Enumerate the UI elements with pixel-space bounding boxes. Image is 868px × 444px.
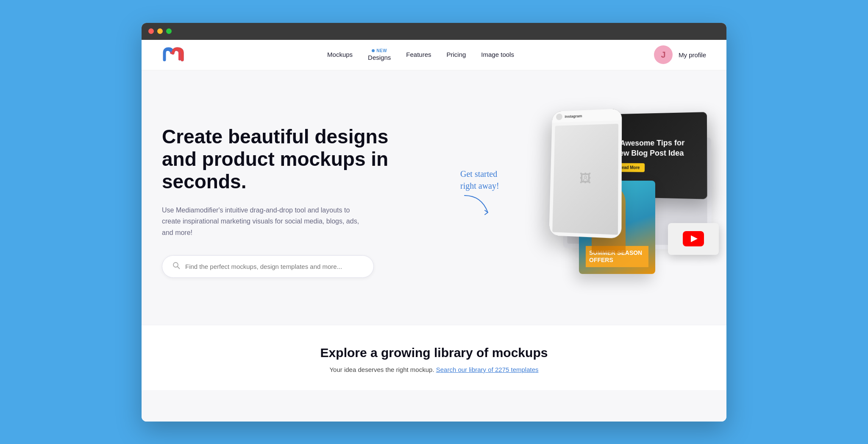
search-icon xyxy=(172,262,180,271)
browser-window: Mockups NEW Designs Features Pricing xyxy=(142,23,726,422)
nav-link-features[interactable]: Features xyxy=(406,51,431,58)
logo[interactable] xyxy=(162,47,187,62)
phone-image: 🖼 xyxy=(552,123,618,235)
nav-links: Mockups NEW Designs Features Pricing xyxy=(327,48,514,61)
new-badge-text: NEW xyxy=(376,48,387,53)
youtube-play-icon xyxy=(691,235,698,242)
nav-link-pricing[interactable]: Pricing xyxy=(447,51,466,58)
blog-card-title: 5 Awesome Tips for New Blog Post Idea xyxy=(614,138,698,158)
hero-section: Create beautiful designs and product moc… xyxy=(142,70,726,325)
nav-link-image-tools[interactable]: Image tools xyxy=(481,51,514,58)
bottom-section: Explore a growing library of mockups You… xyxy=(142,325,726,390)
phone-app-label: Instagram xyxy=(565,114,582,118)
nav-item-mockups[interactable]: Mockups xyxy=(327,51,353,59)
svg-line-1 xyxy=(178,266,180,268)
nav-link-designs[interactable]: Designs xyxy=(368,54,391,61)
annotation-line2: right away! xyxy=(460,180,499,192)
template-library-link[interactable]: Search our library of 2275 templates xyxy=(436,366,539,373)
search-bar[interactable] xyxy=(162,255,374,278)
hero-text: Create beautiful designs and product moc… xyxy=(162,126,399,278)
nav-link-mockups[interactable]: Mockups xyxy=(327,51,353,58)
nav-item-pricing[interactable]: Pricing xyxy=(447,51,466,59)
annotation-line1: Get started xyxy=(460,168,499,180)
youtube-play-button[interactable] xyxy=(683,231,704,246)
get-started-annotation: Get started right away! xyxy=(460,168,499,221)
profile-section[interactable]: J My profile xyxy=(654,45,706,64)
bottom-subtext: Your idea deserves the right mockup. Sea… xyxy=(162,366,706,373)
phone-avatar xyxy=(556,113,562,120)
browser-titlebar xyxy=(142,23,726,40)
hero-heading: Create beautiful designs and product moc… xyxy=(162,126,399,193)
nav-item-features[interactable]: Features xyxy=(406,51,431,59)
profile-name: My profile xyxy=(679,51,706,59)
traffic-light-green[interactable] xyxy=(166,28,172,34)
search-input[interactable] xyxy=(185,263,363,270)
hero-subheading: Use Mediamodifier's intuitive drag-and-d… xyxy=(162,205,365,238)
traffic-light-yellow[interactable] xyxy=(157,28,163,34)
browser-content: Mockups NEW Designs Features Pricing xyxy=(142,40,726,422)
avatar-letter: J xyxy=(661,50,665,60)
avatar: J xyxy=(654,45,673,64)
image-placeholder-icon: 🖼 xyxy=(579,171,591,185)
annotation-arrow-icon xyxy=(460,193,494,219)
traffic-light-red[interactable] xyxy=(148,28,154,34)
hero-illustration: Get started right away! xyxy=(452,96,706,308)
nav-item-image-tools[interactable]: Image tools xyxy=(481,51,514,59)
new-badge: NEW xyxy=(372,48,387,53)
youtube-card xyxy=(668,223,719,255)
new-badge-dot xyxy=(372,49,375,52)
phone-mockup: Instagram 🖼 xyxy=(549,109,622,239)
bottom-subtext-label: Your idea deserves the right mockup. xyxy=(329,366,434,373)
navbar: Mockups NEW Designs Features Pricing xyxy=(142,40,726,70)
nav-item-designs[interactable]: NEW Designs xyxy=(368,48,391,61)
phone-content: 🖼 xyxy=(549,120,622,238)
bottom-heading: Explore a growing library of mockups xyxy=(162,346,706,360)
